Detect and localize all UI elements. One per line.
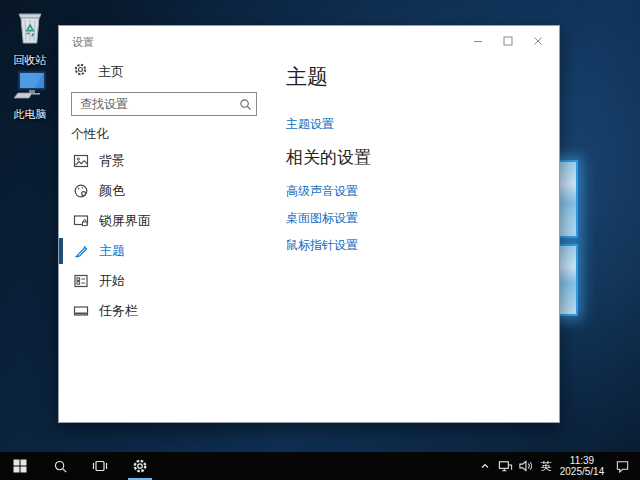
sidebar-item-label: 主题: [99, 242, 125, 260]
windows-logo-icon: [13, 459, 27, 473]
desktop-icon-recycle-bin[interactable]: 回收站: [4, 6, 56, 68]
show-hidden-icons-button[interactable]: [476, 452, 494, 480]
taskbar-clock[interactable]: 11:39 2025/5/14: [559, 455, 605, 477]
related-settings-heading: 相关的设置: [286, 146, 371, 169]
clock-date: 2025/5/14: [559, 466, 605, 477]
colors-palette-icon: [73, 183, 89, 199]
desktop-icon-label: 回收站: [4, 53, 56, 68]
gear-icon: [73, 62, 88, 81]
volume-tray-button[interactable]: [516, 452, 534, 480]
desktop: 回收站 此电脑 设置: [0, 0, 640, 480]
sidebar-item-themes[interactable]: 主题: [59, 237, 269, 265]
close-icon: [533, 36, 543, 46]
desktop-icon-label: 此电脑: [4, 107, 56, 122]
page-title: 主题: [286, 63, 328, 91]
taskbar-icon: [73, 303, 89, 319]
ime-language-indicator[interactable]: 英: [536, 452, 556, 480]
minimize-button[interactable]: [463, 31, 493, 51]
sidebar-item-colors[interactable]: 颜色: [59, 177, 269, 205]
system-tray: 英 11:39 2025/5/14: [475, 452, 640, 480]
themes-brush-icon: [73, 243, 89, 259]
taskbar-search-button[interactable]: [42, 452, 78, 480]
network-icon: [498, 459, 513, 473]
settings-window: 设置 主页: [58, 25, 560, 423]
maximize-button[interactable]: [493, 31, 523, 51]
action-center-button[interactable]: [608, 452, 636, 480]
background-image-icon: [73, 153, 89, 169]
sidebar-home-label: 主页: [98, 63, 124, 81]
desktop-icon-this-pc[interactable]: 此电脑: [4, 70, 56, 122]
sidebar-item-label: 背景: [99, 152, 125, 170]
selection-bar: [59, 238, 63, 264]
start-button[interactable]: [0, 452, 40, 480]
action-center-icon: [615, 459, 630, 474]
advanced-sound-settings-link[interactable]: 高级声音设置: [286, 183, 358, 200]
close-button[interactable]: [523, 31, 553, 51]
sidebar-item-label: 颜色: [99, 182, 125, 200]
sidebar-item-home[interactable]: 主页: [73, 62, 124, 81]
window-controls: [463, 31, 553, 51]
search-icon: [53, 459, 68, 474]
theme-settings-link[interactable]: 主题设置: [286, 116, 334, 133]
search-icon[interactable]: [239, 98, 252, 111]
taskbar: 英 11:39 2025/5/14: [0, 452, 640, 480]
network-tray-button[interactable]: [496, 452, 514, 480]
lock-screen-icon: [73, 213, 89, 229]
minimize-icon: [473, 36, 483, 46]
sidebar-item-taskbar[interactable]: 任务栏: [59, 297, 269, 325]
sidebar-section-personalization: 个性化: [71, 126, 109, 143]
start-layout-icon: [73, 273, 89, 289]
sidebar-item-start[interactable]: 开始: [59, 267, 269, 295]
window-title: 设置: [72, 35, 94, 50]
sidebar-item-lock-screen[interactable]: 锁屏界面: [59, 207, 269, 235]
search-input[interactable]: [72, 97, 239, 111]
gear-icon: [132, 458, 148, 474]
sidebar-item-label: 开始: [99, 272, 125, 290]
sidebar-item-label: 任务栏: [99, 302, 138, 320]
mouse-pointer-settings-link[interactable]: 鼠标指针设置: [286, 237, 358, 254]
maximize-icon: [503, 36, 513, 46]
settings-search-box[interactable]: [71, 92, 257, 116]
desktop-icon-settings-link[interactable]: 桌面图标设置: [286, 210, 358, 227]
this-pc-icon: [4, 70, 56, 104]
speaker-icon: [518, 459, 533, 473]
clock-time: 11:39: [559, 455, 605, 466]
task-view-button[interactable]: [82, 452, 118, 480]
sidebar-item-label: 锁屏界面: [99, 212, 151, 230]
chevron-up-icon: [479, 460, 491, 472]
task-view-icon: [92, 459, 108, 473]
taskbar-settings-app-button[interactable]: [120, 452, 160, 480]
recycle-bin-icon: [4, 6, 56, 50]
sidebar-item-background[interactable]: 背景: [59, 147, 269, 175]
